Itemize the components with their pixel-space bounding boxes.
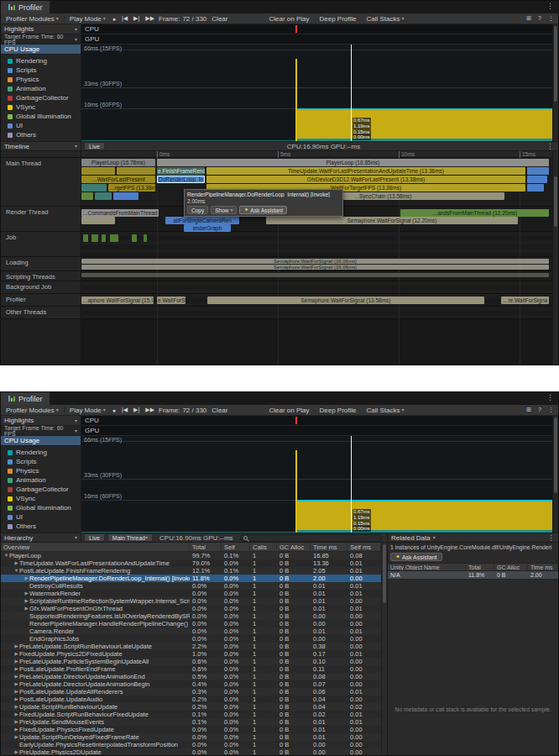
tree-arrow-icon[interactable]: ▶: [13, 658, 19, 665]
play-mode-dropdown[interactable]: Play Mode▾: [67, 14, 108, 24]
timeline-bar[interactable]: e.FinishFrameRende: [157, 167, 205, 175]
ask-assistant-button[interactable]: ✦Ask Assistant: [390, 553, 442, 561]
timeline-bar[interactable]: [132, 234, 137, 242]
tree-arrow-icon[interactable]: ▶: [13, 703, 19, 711]
live-toggle[interactable]: Live: [84, 142, 105, 150]
call-stacks-dropdown[interactable]: Call Stacks▾: [364, 406, 407, 415]
legend-item[interactable]: Physics: [1, 466, 81, 475]
hierarchy-row[interactable]: ▶WatermarkRender 0.0% 0.0% 1 0 B 0.01 0.…: [1, 590, 381, 597]
related-menu-icon[interactable]: ⋮: [547, 533, 555, 542]
tree-arrow-icon[interactable]: ▶: [13, 643, 19, 650]
deep-profile-toggle[interactable]: Deep Profile: [316, 406, 358, 415]
thread-dropdown[interactable]: Main Thread▾: [107, 533, 153, 542]
cpu-usage-chart[interactable]: 66ms (15FPS) 33ms (30FPS) 16ms (60FPS) 0…: [81, 45, 552, 141]
column-header-gc-alloc[interactable]: GC Alloc: [277, 543, 311, 551]
hierarchy-row[interactable]: ▼PlayerLoop 99.7% 0.1% 1 0 B 16.85 0.08: [1, 552, 381, 559]
timeline-bar[interactable]: enderGraph: [184, 224, 231, 232]
timeline-bar[interactable]: [110, 234, 118, 242]
timeline-bar[interactable]: [527, 167, 549, 175]
tree-arrow-icon[interactable]: ▼: [3, 552, 9, 559]
tab-profiler[interactable]: Profiler: [1, 392, 50, 405]
timeline-bar[interactable]: …aphore.WaitForSignal (15.92ms): [81, 297, 154, 304]
show-dropdown[interactable]: Show▾: [211, 206, 237, 214]
profiler-modules-dropdown[interactable]: Profiler Modules▾: [3, 14, 61, 24]
hierarchy-row[interactable]: ▶PreUpdate.SendMouseEvents 0.1% 0.0% 1 0…: [1, 718, 381, 726]
thread-name[interactable]: Main Thread: [1, 158, 81, 207]
toolbar-menu-icon[interactable]: ⋮: [546, 407, 556, 413]
next-frame-icon[interactable]: ▶|: [132, 15, 141, 22]
target-frame-time-dropdown[interactable]: Target Frame Time: 60 FPS▾: [1, 426, 81, 436]
deep-profile-toggle[interactable]: Deep Profile: [316, 14, 358, 24]
legend-item[interactable]: Global Illumination: [1, 503, 81, 512]
tree-arrow-icon[interactable]: ▶: [13, 748, 19, 756]
module-scrollbar[interactable]: [552, 416, 558, 533]
legend-item[interactable]: Animation: [1, 84, 81, 93]
current-frame-icon[interactable]: ▶▶: [144, 407, 156, 413]
copy-button[interactable]: Copy: [187, 206, 208, 214]
tree-arrow-icon[interactable]: ▶: [13, 650, 19, 658]
hierarchy-row[interactable]: ▶PreLateUpdate.DirectorUpdateAnimationEn…: [1, 673, 381, 680]
hierarchy-row[interactable]: SupportedRenderingFeatures.IsUIOverlayRe…: [1, 612, 381, 620]
hierarchy-row[interactable]: ▶ScriptableRuntimeReflectionSystemWrappe…: [1, 597, 381, 605]
timeline-bar[interactable]: TimeUpdate.WaitForLastPresentationAndUpd…: [206, 167, 525, 175]
timeline-bar[interactable]: [144, 234, 147, 242]
timeline-bar[interactable]: PlayerLoop (16.78ms): [81, 159, 155, 166]
layout-icon[interactable]: ⊞: [525, 15, 533, 22]
hierarchy-row[interactable]: ▶TimeUpdate.WaitForLastPresentationAndUp…: [1, 559, 381, 567]
tab-profiler[interactable]: Profiler: [1, 1, 50, 13]
hierarchy-row[interactable]: ▶PreLateUpdate.ScriptRunBehaviourLateUpd…: [1, 643, 381, 650]
cpu-usage-chart[interactable]: 66ms (15FPS) 33ms (30FPS) 16ms (60FPS) 0…: [81, 436, 552, 533]
thread-name[interactable]: Loading: [1, 257, 81, 271]
timeline-bar[interactable]: [81, 217, 115, 224]
legend-item[interactable]: VSync: [1, 494, 81, 503]
timeline-bar[interactable]: PlayerLoop (16.85ms): [157, 159, 549, 166]
timeline-bar[interactable]: Semaphore.WaitForSignal (12.20ms): [266, 217, 518, 224]
timeline-bar[interactable]: [91, 234, 98, 242]
hierarchy-row[interactable]: RenderPipelineManager.HandleRenderPipeli…: [1, 620, 381, 627]
record-icon[interactable]: ●: [111, 407, 118, 413]
timeline-bar[interactable]: e.WaitForSign: [157, 297, 185, 304]
help-icon[interactable]: ?: [536, 15, 543, 22]
module-scrollbar[interactable]: [552, 24, 558, 141]
search-input[interactable]: [249, 535, 381, 541]
thread-name[interactable]: Job: [1, 232, 81, 257]
timeline-bar[interactable]: [527, 176, 547, 183]
column-header-self-ms[interactable]: Self ms: [347, 543, 381, 551]
prev-frame-icon[interactable]: |◀: [120, 15, 129, 22]
timeline-bar[interactable]: Semaphore.WaitForSignal (16.06ms): [81, 259, 549, 264]
timeline-bar[interactable]: [81, 167, 115, 175]
timeline-ruler[interactable]: 0ms5ms10ms15ms: [81, 151, 552, 158]
tree-arrow-icon[interactable]: ▶: [13, 559, 19, 567]
timeline-view-dropdown[interactable]: Timeline▾: [1, 142, 81, 150]
tree-arrow-icon[interactable]: ▶: [13, 696, 19, 703]
scrollbar-thumb[interactable]: [554, 417, 557, 493]
clear-button[interactable]: Clear: [209, 14, 230, 24]
hierarchy-row[interactable]: DestroyCullResults 0.0% 0.0% 1 0 B 0.01 …: [1, 582, 381, 590]
hierarchy-row[interactable]: ▶PreLateUpdate.ParticleSystemBeginUpdate…: [1, 658, 381, 665]
call-stacks-dropdown[interactable]: Call Stacks▾: [364, 14, 407, 24]
tree-arrow-icon[interactable]: ▶: [13, 665, 19, 673]
column-header-time-ms[interactable]: Time ms: [311, 543, 347, 551]
hierarchy-row[interactable]: ▶FixedUpdate.PhysicsFixedUpdate 0.0% 0.0…: [1, 726, 381, 733]
timeline-bar[interactable]: [102, 234, 106, 242]
thread-name[interactable]: Scripting Threads: [1, 271, 81, 281]
timeline-bar[interactable]: [95, 192, 112, 200]
legend-item[interactable]: Rendering: [1, 56, 81, 66]
timeline-bar[interactable]: DoRenderLoop_In: [157, 176, 205, 183]
tree-arrow-icon[interactable]: ▶: [24, 597, 29, 605]
column-header-total[interactable]: Total: [466, 564, 494, 570]
related-data-dropdown[interactable]: Related Data▾⋮: [387, 533, 558, 542]
thread-name[interactable]: Other Threads: [1, 307, 81, 319]
tree-arrow-icon[interactable]: ▶: [13, 733, 19, 741]
hierarchy-row[interactable]: EndGraphicsJobs 0.0% 0.0% 1 0 B 0.00 0.0…: [1, 635, 381, 643]
legend-item[interactable]: UI: [1, 121, 81, 130]
timeline-scrollbar[interactable]: [552, 151, 558, 365]
hierarchy-row[interactable]: ▶PreLateUpdate.DirectorUpdateAnimationBe…: [1, 680, 381, 688]
window-menu-icon[interactable]: ⋮: [542, 1, 558, 13]
column-header-total[interactable]: Total: [190, 543, 222, 551]
hierarchy-row[interactable]: ▶PostLateUpdate.ProfilerEndFrame 0.6% 0.…: [1, 665, 381, 673]
legend-item[interactable]: Others: [1, 130, 81, 139]
tree-arrow-icon[interactable]: ▶: [13, 718, 19, 726]
timeline-bar[interactable]: …WaitForLastPresent: [81, 176, 155, 183]
timeline-bar[interactable]: [527, 184, 544, 192]
